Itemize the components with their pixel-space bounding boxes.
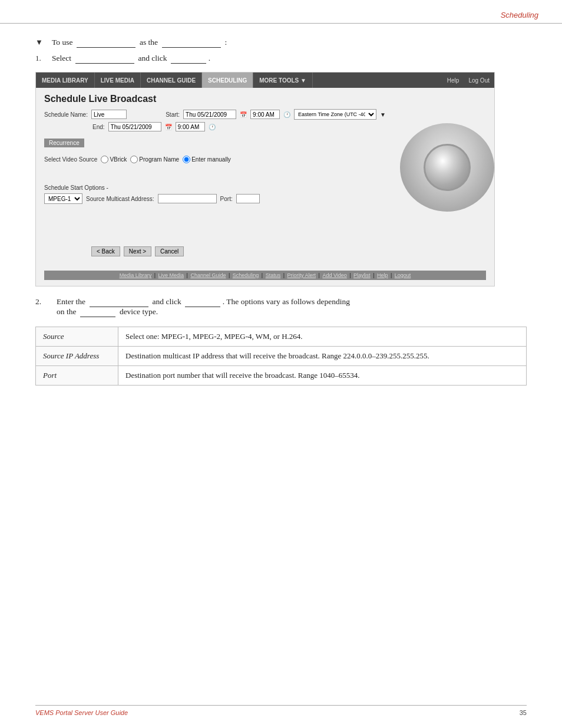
start-time-input[interactable]: [250, 110, 280, 119]
step1-text: Select and click .: [52, 54, 210, 64]
step2-num: 2.: [35, 297, 52, 317]
table-col1-source-ip: Source IP Address: [36, 347, 118, 366]
video-source-row: Select Video Source VBrick Program Name …: [44, 156, 386, 163]
footer-guide-title: VEMS Portal Server User Guide: [35, 709, 128, 716]
nav-live-media[interactable]: LIVE MEDIA: [95, 73, 141, 88]
bullet-marker: ▼: [35, 38, 47, 47]
table-col2-port: Destination port number that will receiv…: [118, 366, 527, 386]
step2-text: Enter the and click . The options vary a…: [57, 297, 350, 317]
start-label: Start:: [166, 111, 180, 118]
end-row: End: 📅 🕐: [92, 122, 386, 131]
table-col2-source: Select one: MPEG-1, MPEG-2, MPEG-4, WM, …: [118, 327, 527, 347]
port-input[interactable]: [236, 194, 260, 203]
schedule-name-input[interactable]: [91, 110, 127, 119]
step1-num: 1.: [35, 54, 47, 63]
radio-enter-manually[interactable]: Enter manually: [183, 156, 231, 163]
nav-bar: MEDIA LIBRARY LIVE MEDIA CHANNEL GUIDE S…: [36, 73, 494, 88]
end-label: End:: [92, 124, 105, 130]
radio-vbrick[interactable]: VBrick: [101, 156, 127, 163]
nav-more-tools[interactable]: MORE TOOLS ▼: [253, 73, 313, 88]
start-date-input[interactable]: [183, 110, 236, 119]
radio-program-name[interactable]: Program Name: [130, 156, 179, 163]
start-options-row: MPEG-1 MPEG-2 MPEG-4 WM H.264 Source Mul…: [44, 193, 386, 204]
table-row: Source Select one: MPEG-1, MPEG-2, MPEG-…: [36, 327, 527, 347]
bottom-link-logout[interactable]: Logout: [395, 272, 411, 278]
table-row: Source IP Address Destination multicast …: [36, 347, 527, 366]
nav-right-area: Help Log Out: [442, 75, 494, 86]
recurrence-area: Recurrence: [44, 135, 386, 151]
page-title: Scheduling: [501, 11, 538, 19]
schedule-form-area: Schedule Live Broadcast Schedule Name: S…: [36, 88, 494, 286]
bottom-link-media-library[interactable]: Media Library: [120, 272, 152, 278]
timezone-select[interactable]: Eastern Time Zone (UTC -400): [294, 109, 376, 120]
step1-instruction: 1. Select and click .: [35, 54, 527, 64]
camera-image: [386, 94, 486, 271]
bottom-link-add-video[interactable]: Add Video: [322, 272, 346, 278]
nav-logout[interactable]: Log Out: [464, 75, 494, 86]
end-time-input[interactable]: [176, 122, 205, 131]
nav-media-library[interactable]: MEDIA LIBRARY: [36, 73, 95, 88]
port-label: Port:: [220, 196, 233, 202]
schedule-name-label: Schedule Name:: [44, 111, 88, 118]
screenshot: MEDIA LIBRARY LIVE MEDIA CHANNEL GUIDE S…: [35, 72, 495, 286]
bottom-link-playlist[interactable]: Playlist: [353, 272, 371, 278]
bottom-link-status[interactable]: Status: [266, 272, 281, 278]
camera-circle: [400, 123, 494, 212]
source-multicast-label: Source Multicast Address:: [86, 196, 154, 202]
bottom-link-channel-guide[interactable]: Channel Guide: [190, 272, 226, 278]
schedule-form-title: Schedule Live Broadcast: [44, 94, 386, 104]
table-col2-source-ip: Destination multicast IP address that wi…: [118, 347, 527, 366]
footer-page-number: 35: [520, 709, 527, 716]
bottom-link-help[interactable]: Help: [377, 272, 388, 278]
bottom-link-scheduling[interactable]: Scheduling: [233, 272, 259, 278]
end-date-input[interactable]: [108, 122, 161, 131]
table-row: Port Destination port number that will r…: [36, 366, 527, 386]
bottom-link-priority-alert[interactable]: Priority Alert: [287, 272, 316, 278]
recurrence-button[interactable]: Recurrence: [44, 139, 84, 147]
bottom-links-bar: Media Library | Live Media | Channel Gui…: [44, 271, 486, 280]
mpeg-select[interactable]: MPEG-1 MPEG-2 MPEG-4 WM H.264: [44, 193, 82, 204]
nav-help[interactable]: Help: [442, 75, 464, 86]
page-header: Scheduling: [0, 0, 562, 24]
bottom-link-live-media[interactable]: Live Media: [158, 272, 184, 278]
nav-buttons-row: < Back Next > Cancel: [91, 246, 386, 256]
video-source-label: Select Video Source: [44, 156, 97, 163]
page-footer: VEMS Portal Server User Guide 35: [35, 705, 527, 716]
step2-instruction: 2. Enter the and click . The options var…: [35, 297, 527, 317]
back-button[interactable]: < Back: [91, 246, 120, 256]
cancel-button[interactable]: Cancel: [155, 246, 184, 256]
table-col1-source: Source: [36, 327, 118, 347]
schedule-name-row: Schedule Name: Start: 📅 🕐 Eastern Time Z…: [44, 109, 386, 120]
source-multicast-input[interactable]: [158, 194, 217, 203]
nav-scheduling[interactable]: SCHEDULING: [202, 73, 253, 88]
main-content: ▼ To use as the : 1. Select and click .: [0, 24, 562, 409]
table-col1-port: Port: [36, 366, 118, 386]
bullet-instruction-text: To use as the :: [52, 38, 227, 48]
bullet-instruction: ▼ To use as the :: [35, 38, 527, 48]
nav-channel-guide[interactable]: CHANNEL GUIDE: [141, 73, 202, 88]
info-table: Source Select one: MPEG-1, MPEG-2, MPEG-…: [35, 327, 527, 386]
next-button[interactable]: Next >: [124, 246, 151, 256]
camera-lens: [424, 144, 471, 191]
schedule-start-options-label: Schedule Start Options -: [44, 185, 386, 191]
